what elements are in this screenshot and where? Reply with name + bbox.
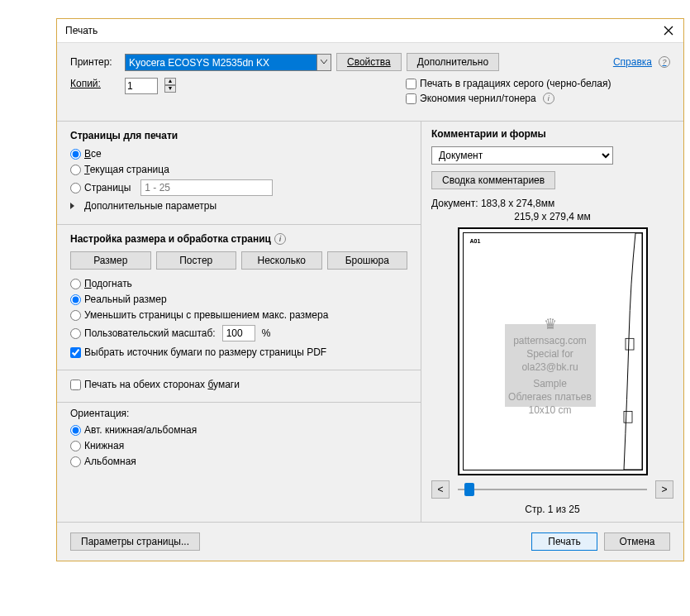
spinner-down-icon[interactable]: ▼ bbox=[164, 85, 176, 93]
summary-button[interactable]: Сводка комментариев bbox=[431, 171, 555, 189]
preview-tile-label: A01 bbox=[470, 238, 481, 244]
printer-value: Kyocera ECOSYS M2535dn KX bbox=[125, 54, 316, 71]
sheet-dimensions: 215,9 x 279,4 мм bbox=[431, 211, 673, 222]
orient-auto-label: Авт. книжная/альбомная bbox=[84, 424, 197, 436]
copies-input[interactable] bbox=[125, 78, 158, 94]
slider-thumb[interactable] bbox=[464, 483, 474, 496]
orientation-title: Ориентация: bbox=[70, 408, 407, 419]
spinner-up-icon[interactable]: ▲ bbox=[164, 78, 176, 85]
savetoner-checkbox[interactable] bbox=[406, 93, 416, 104]
more-options-label: Дополнительные параметры bbox=[84, 200, 217, 212]
grayscale-checkbox[interactable] bbox=[406, 79, 416, 89]
actual-label: Реальный размер bbox=[84, 294, 167, 305]
custom-radio[interactable] bbox=[70, 328, 81, 339]
pages-current-radio[interactable] bbox=[70, 165, 81, 175]
comments-title: Комментарии и формы bbox=[431, 128, 673, 140]
fit-radio[interactable] bbox=[70, 279, 81, 289]
print-dialog: Печать Принтер: Kyocera ECOSYS M2535dn K… bbox=[56, 18, 684, 561]
papersource-checkbox[interactable] bbox=[70, 347, 81, 358]
copies-spinner[interactable]: ▲ ▼ bbox=[164, 78, 176, 93]
advanced-button[interactable]: Дополнительно bbox=[407, 53, 499, 71]
orient-landscape-label: Альбомная bbox=[84, 456, 136, 467]
papersource-label: Выбрать источник бумаги по размеру стран… bbox=[84, 346, 326, 358]
shrink-radio[interactable] bbox=[70, 310, 81, 321]
page-slider[interactable] bbox=[458, 489, 647, 490]
orient-portrait-radio[interactable] bbox=[70, 441, 81, 451]
pages-all-label: Все bbox=[84, 148, 102, 160]
printer-label: Принтер: bbox=[70, 56, 120, 68]
savetoner-label: Экономия чернил/тонера bbox=[420, 93, 536, 104]
percent-label: % bbox=[262, 327, 271, 339]
next-page-button[interactable]: > bbox=[655, 480, 673, 499]
pages-range-input[interactable] bbox=[140, 179, 273, 196]
grayscale-label: Печать в градациях серого (черно-белая) bbox=[420, 78, 611, 89]
page-setup-button[interactable]: Параметры страницы... bbox=[70, 532, 200, 551]
pages-range-label: Страницы bbox=[84, 182, 131, 193]
info-icon[interactable]: i bbox=[543, 93, 554, 104]
custom-label: Пользовательский масштаб: bbox=[84, 327, 216, 339]
orient-auto-radio[interactable] bbox=[70, 425, 81, 436]
chevron-down-icon[interactable] bbox=[316, 54, 331, 71]
actual-radio[interactable] bbox=[70, 294, 81, 305]
duplex-label: Печать на обеих сторонах бумаги bbox=[84, 379, 240, 390]
print-button[interactable]: Печать bbox=[531, 532, 597, 551]
preview-watermark: ♛ patternsacg.com Special for ola23@bk.r… bbox=[505, 324, 596, 407]
properties-button[interactable]: Свойства bbox=[336, 53, 402, 71]
orient-portrait-label: Книжная bbox=[84, 440, 124, 451]
size-button[interactable]: Размер bbox=[70, 251, 151, 270]
pages-all-radio[interactable] bbox=[70, 149, 81, 160]
fit-label: Подогнать bbox=[84, 278, 132, 289]
duplex-checkbox[interactable] bbox=[70, 380, 81, 390]
more-options-toggle[interactable]: Дополнительные параметры bbox=[70, 200, 407, 212]
doc-dimensions: Документ: 183,8 x 274,8мм bbox=[431, 198, 673, 209]
pages-title: Страницы для печати bbox=[70, 130, 407, 141]
close-icon[interactable] bbox=[662, 24, 675, 37]
titlebar: Печать bbox=[57, 19, 683, 43]
preview-box: A01 ♛ patternsacg.com Special for ola23@… bbox=[458, 227, 648, 475]
printer-select[interactable]: Kyocera ECOSYS M2535dn KX bbox=[125, 54, 331, 71]
page-indicator: Стр. 1 из 25 bbox=[431, 504, 673, 515]
comments-select[interactable]: Документ bbox=[431, 146, 613, 165]
poster-button[interactable]: Постер bbox=[156, 251, 237, 270]
dress-icon: ♛ bbox=[544, 315, 557, 333]
triangle-right-icon bbox=[70, 203, 78, 209]
pages-range-radio[interactable] bbox=[70, 183, 81, 193]
pages-current-label: Текущая страница bbox=[84, 164, 169, 175]
sizing-title: Настройка размера и обработка страниц i bbox=[70, 233, 407, 245]
dialog-title: Печать bbox=[65, 25, 662, 36]
shrink-label: Уменьшить страницы с превышением макс. р… bbox=[84, 309, 328, 321]
cancel-button[interactable]: Отмена bbox=[604, 532, 670, 551]
help-link[interactable]: Справка ? bbox=[613, 56, 670, 68]
preview-shape bbox=[619, 233, 642, 470]
custom-scale-input[interactable] bbox=[222, 325, 255, 341]
copies-label: Копий: bbox=[70, 78, 120, 89]
prev-page-button[interactable]: < bbox=[431, 480, 450, 499]
orient-landscape-radio[interactable] bbox=[70, 456, 81, 467]
booklet-button[interactable]: Брошюра bbox=[327, 251, 408, 270]
help-icon: ? bbox=[659, 56, 670, 68]
multiple-button[interactable]: Несколько bbox=[241, 251, 322, 270]
info-icon[interactable]: i bbox=[274, 233, 286, 245]
